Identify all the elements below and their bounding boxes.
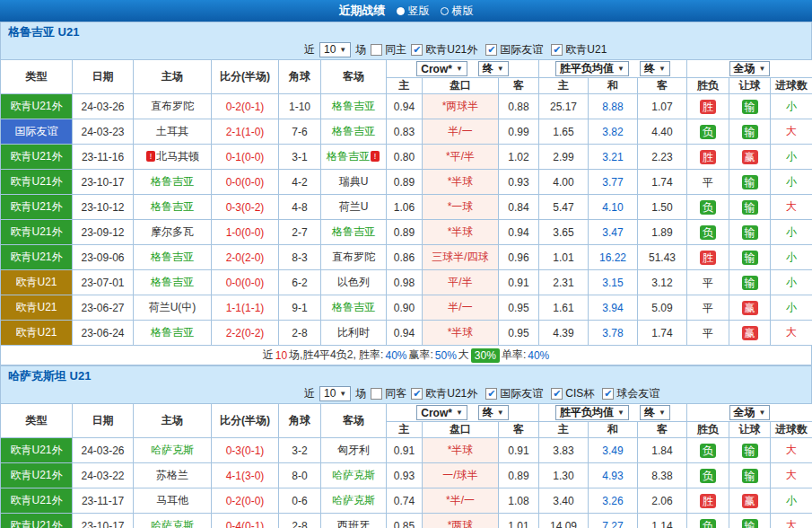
- checkbox-icon[interactable]: [371, 388, 382, 400]
- result-badge: 负: [700, 519, 716, 528]
- result-badge: 胜: [700, 251, 716, 265]
- match-type-badge: 欧青U21外: [1, 145, 73, 170]
- match-score-link[interactable]: 4-1(3-0): [212, 463, 279, 488]
- home-team-link[interactable]: 摩尔多瓦: [151, 225, 194, 238]
- odds-away: 0.91: [499, 438, 539, 463]
- league-filter[interactable]: 欧青U21外: [411, 386, 477, 401]
- team-title-link[interactable]: 格鲁吉亚 U21: [8, 24, 79, 40]
- layout-radio-horizontal[interactable]: 横版: [441, 4, 474, 19]
- avg-draw-odds: 3.77: [589, 170, 638, 195]
- checkbox-icon[interactable]: [602, 388, 614, 400]
- away-team-link[interactable]: 格鲁吉亚: [327, 150, 370, 163]
- match-score-link[interactable]: 0-1(0-0): [212, 145, 279, 170]
- avg-source-select[interactable]: 胜平负均值 ▼: [555, 405, 629, 420]
- scope-select[interactable]: 全场 ▼: [729, 405, 771, 420]
- away-team-link[interactable]: 西班牙: [337, 519, 370, 528]
- league-filter[interactable]: 国际友谊: [485, 42, 543, 57]
- away-team-link[interactable]: 比利时: [337, 326, 370, 339]
- home-team-link[interactable]: 哈萨克斯: [151, 444, 194, 456]
- home-team-link[interactable]: 马耳他: [156, 494, 188, 506]
- away-team-link[interactable]: 格鲁吉亚: [332, 100, 375, 112]
- league-filter[interactable]: CIS杯: [551, 386, 594, 401]
- away-team-link[interactable]: 格鲁吉亚: [332, 225, 375, 238]
- col-corners: 角球: [279, 60, 321, 94]
- scope-select[interactable]: 全场 ▼: [729, 61, 771, 76]
- match-score-link[interactable]: 2-2(0-2): [212, 321, 279, 346]
- away-team-link[interactable]: 直布罗陀: [332, 251, 375, 263]
- away-team-link[interactable]: 哈萨克斯: [332, 494, 375, 506]
- league-filter[interactable]: 国际友谊: [485, 386, 543, 401]
- away-team-link[interactable]: 格鲁吉亚: [332, 301, 375, 313]
- match-score-link[interactable]: 0-0(0-0): [212, 270, 279, 295]
- match-score-link[interactable]: 0-3(0-1): [212, 438, 279, 463]
- checkbox-icon[interactable]: [485, 388, 497, 400]
- away-team-link[interactable]: 荷兰U: [339, 200, 369, 213]
- home-team-link[interactable]: 哈萨克斯: [151, 519, 194, 528]
- away-team-link[interactable]: 瑞典U: [339, 175, 369, 188]
- avg-final-select[interactable]: 终 ▼: [640, 61, 670, 76]
- home-team-link[interactable]: 格鲁吉亚: [151, 251, 194, 263]
- odds-handicap: *半球: [423, 170, 499, 195]
- avg-final-select[interactable]: 终 ▼: [640, 405, 670, 420]
- match-score-link[interactable]: 0-4(0-1): [212, 514, 279, 528]
- avg-home-odds: 14.09: [539, 514, 589, 528]
- result-badge: 负: [700, 469, 716, 483]
- avg-away-odds: 4.40: [638, 119, 687, 145]
- match-score-link[interactable]: 0-3(0-2): [212, 195, 279, 220]
- home-team-link[interactable]: 荷兰U(中): [149, 301, 196, 313]
- match-count-select[interactable]: 10 ▼: [319, 42, 351, 57]
- checkbox-icon[interactable]: [411, 44, 423, 56]
- match-score-link[interactable]: 2-0(2-0): [212, 245, 279, 270]
- home-team-link[interactable]: 北马其顿: [156, 150, 199, 163]
- match-date: 23-09-06: [73, 245, 134, 270]
- match-score-link[interactable]: 2-1(1-0): [212, 119, 279, 145]
- odds-source-select[interactable]: Crow* ▼: [416, 405, 467, 420]
- home-team-link[interactable]: 苏格兰: [156, 469, 188, 481]
- avg-draw-odds: 3.21: [589, 145, 638, 170]
- checkbox-icon[interactable]: [485, 44, 497, 56]
- home-team-link[interactable]: 格鲁吉亚: [151, 276, 194, 288]
- table-row: 欧青U2123-06-24格鲁吉亚2-2(0-2)2-8比利时0.94*半球0.…: [1, 321, 812, 346]
- home-team-link[interactable]: 土耳其: [156, 125, 188, 137]
- checkbox-icon[interactable]: [371, 44, 382, 56]
- match-score-link[interactable]: 1-1(1-1): [212, 295, 279, 321]
- checkbox-icon[interactable]: [551, 44, 563, 56]
- odds-final-select[interactable]: 终 ▼: [478, 61, 509, 76]
- match-count-select[interactable]: 10 ▼: [319, 386, 351, 401]
- away-team-link[interactable]: 以色列: [337, 276, 370, 288]
- match-score-link[interactable]: 0-2(0-0): [212, 488, 279, 514]
- avg-home-odds: 4.00: [539, 170, 589, 195]
- checkbox-icon[interactable]: [551, 388, 563, 400]
- radio-icon[interactable]: [397, 7, 405, 15]
- result-cell: 平: [687, 170, 729, 195]
- home-team-link[interactable]: 格鲁吉亚: [151, 326, 194, 339]
- away-team-link[interactable]: 格鲁吉亚: [332, 125, 375, 137]
- away-team-cell: 直布罗陀: [321, 245, 387, 270]
- away-team-link[interactable]: 哈萨克斯: [332, 469, 375, 481]
- layout-radio-vertical[interactable]: 竖版: [397, 4, 430, 19]
- league-filter[interactable]: 欧青U21: [551, 42, 607, 57]
- match-date: 23-10-17: [73, 170, 134, 195]
- odds-final-select[interactable]: 终 ▼: [478, 405, 509, 420]
- match-score-link[interactable]: 0-0(0-0): [212, 170, 279, 195]
- same-side-filter[interactable]: 同客: [371, 386, 406, 401]
- team-title-link[interactable]: 哈萨克斯坦 U21: [8, 368, 91, 384]
- away-team-link[interactable]: 匈牙利: [337, 444, 370, 456]
- odds-source-select[interactable]: Crow* ▼: [416, 61, 467, 76]
- home-team-link[interactable]: 格鲁吉亚: [151, 175, 194, 188]
- summary-segment: 大: [458, 348, 469, 363]
- radio-icon[interactable]: [441, 7, 449, 15]
- league-filter[interactable]: 欧青U21外: [411, 42, 477, 57]
- odds-home: 0.98: [387, 270, 423, 295]
- col-away: 客场: [321, 404, 387, 438]
- avg-draw-odds: 3.15: [589, 270, 638, 295]
- league-filter[interactable]: 球会友谊: [602, 386, 659, 401]
- home-team-link[interactable]: 直布罗陀: [151, 100, 194, 112]
- checkbox-icon[interactable]: [411, 388, 423, 400]
- match-score-link[interactable]: 0-2(0-1): [212, 94, 279, 119]
- chevron-down-icon: ▼: [659, 409, 666, 417]
- avg-source-select[interactable]: 胜平负均值 ▼: [555, 61, 629, 76]
- match-score-link[interactable]: 1-0(0-0): [212, 220, 279, 245]
- same-side-filter[interactable]: 同主: [371, 42, 406, 57]
- home-team-link[interactable]: 格鲁吉亚: [151, 200, 194, 213]
